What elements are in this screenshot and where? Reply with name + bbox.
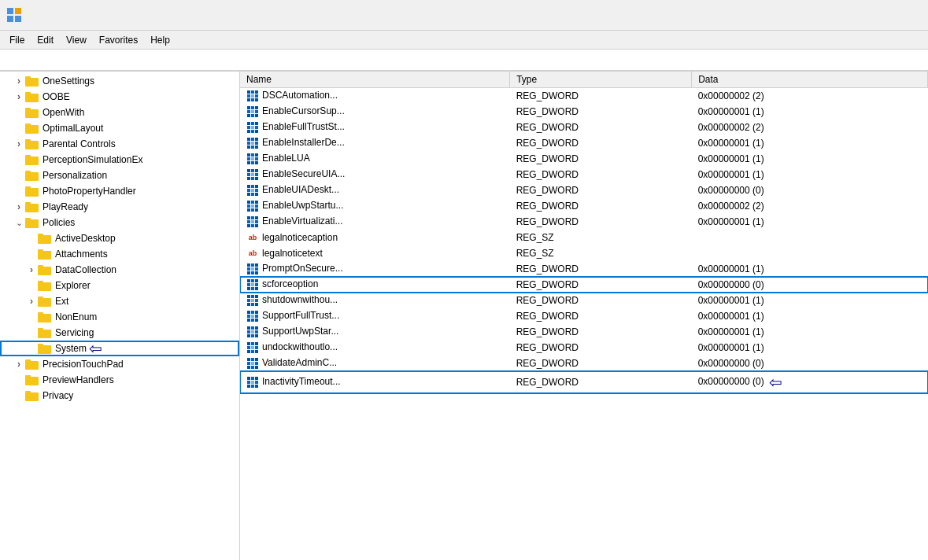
- table-row[interactable]: EnableLUAREG_DWORD0x00000001 (1): [240, 151, 928, 167]
- col-type[interactable]: Type: [510, 72, 692, 88]
- expand-icon-openwith[interactable]: [13, 105, 25, 120]
- expand-icon-previewhandlers[interactable]: [13, 372, 25, 388]
- tree-item-system[interactable]: System ⇦: [0, 341, 239, 356]
- cell-data: 0x00000001 (1): [692, 308, 928, 324]
- tree-item-datacollection[interactable]: ›DataCollection: [0, 262, 239, 278]
- table-row[interactable]: EnableFullTrustSt...REG_DWORD0x00000002 …: [240, 120, 928, 135]
- svg-rect-158: [251, 315, 254, 318]
- tree-item-nonenum[interactable]: NonEnum: [0, 309, 239, 325]
- expand-icon-personalization[interactable]: [13, 168, 25, 183]
- tree-item-policies[interactable]: ⌄Policies: [0, 215, 239, 230]
- cell-name: EnableLUA: [240, 151, 510, 167]
- svg-rect-53: [251, 98, 254, 101]
- tree-item-activedesktop[interactable]: ActiveDesktop: [0, 230, 239, 246]
- table-row[interactable]: ablegalnoticecaptionREG_SZ: [240, 230, 928, 245]
- table-row[interactable]: undockwithoutlo...REG_DWORD0x00000001 (1…: [240, 340, 928, 356]
- table-row[interactable]: DSCAutomation...REG_DWORD0x00000002 (2): [240, 88, 928, 105]
- table-row[interactable]: InactivityTimeout...REG_DWORD0x00000000 …: [240, 371, 928, 393]
- svg-rect-93: [255, 169, 258, 172]
- expand-icon-datacollection[interactable]: ›: [25, 262, 38, 278]
- maximize-button[interactable]: [856, 0, 892, 31]
- tree-label-nonenum: NonEnum: [55, 311, 97, 322]
- cell-name: scforceoption: [240, 277, 510, 293]
- tree-item-previewhandlers[interactable]: PreviewHandlers: [0, 372, 239, 388]
- folder-icon-previewhandlers: [25, 374, 39, 386]
- table-row[interactable]: SupportUwpStar...REG_DWORD0x00000001 (1): [240, 324, 928, 340]
- address-bar[interactable]: [0, 50, 928, 72]
- menu-view[interactable]: View: [60, 33, 93, 47]
- expand-icon-privacy[interactable]: [13, 388, 25, 403]
- expand-icon-ext[interactable]: ›: [25, 293, 38, 309]
- menu-help[interactable]: Help: [144, 33, 176, 47]
- tree-item-personalization[interactable]: Personalization: [0, 168, 239, 183]
- table-row[interactable]: EnableCursorSup...REG_DWORD0x00000001 (1…: [240, 104, 928, 120]
- menu-edit[interactable]: Edit: [31, 33, 60, 47]
- table-row[interactable]: shutdownwithou...REG_DWORD0x00000001 (1): [240, 293, 928, 308]
- expand-icon-parental[interactable]: ›: [13, 136, 25, 152]
- svg-rect-173: [251, 342, 254, 345]
- tree-item-privacy[interactable]: Privacy: [0, 388, 239, 403]
- svg-rect-190: [247, 377, 250, 380]
- registry-values[interactable]: Name Type Data DSCAutomation...REG_DWORD…: [240, 72, 928, 560]
- col-name[interactable]: Name: [240, 72, 510, 88]
- table-row[interactable]: EnableUwpStartu...REG_DWORD0x00000002 (2…: [240, 198, 928, 214]
- tree-item-parental[interactable]: ›Parental Controls: [0, 136, 239, 152]
- svg-rect-52: [247, 98, 250, 101]
- expand-icon-attachments[interactable]: [25, 246, 38, 262]
- expand-icon-oobe[interactable]: ›: [13, 89, 25, 105]
- tree-item-onesettings[interactable]: ›OneSettings: [0, 73, 239, 89]
- expand-icon-optimallayout[interactable]: [13, 120, 25, 136]
- cell-data: 0x00000001 (1): [692, 261, 928, 277]
- tree-item-explorer[interactable]: Explorer: [0, 278, 239, 293]
- expand-icon-onesettings[interactable]: ›: [13, 73, 25, 89]
- close-button[interactable]: [892, 0, 928, 31]
- table-row[interactable]: PromptOnSecure...REG_DWORD0x00000001 (1): [240, 261, 928, 277]
- svg-rect-175: [247, 346, 250, 349]
- table-row[interactable]: EnableVirtualizati...REG_DWORD0x00000001…: [240, 214, 928, 230]
- menu-file[interactable]: File: [3, 33, 31, 47]
- table-row[interactable]: ablegalnoticetextREG_SZ: [240, 245, 928, 261]
- expand-icon-servicing[interactable]: [25, 325, 38, 341]
- col-data[interactable]: Data: [692, 72, 928, 88]
- cell-data: 0x00000000 (0): [692, 356, 928, 371]
- menu-favorites[interactable]: Favorites: [93, 33, 144, 47]
- cell-type: REG_DWORD: [510, 214, 692, 230]
- tree-item-ext[interactable]: ›Ext: [0, 293, 239, 309]
- svg-rect-139: [247, 283, 250, 286]
- svg-rect-47: [251, 90, 254, 94]
- svg-rect-79: [247, 146, 250, 149]
- tree-item-precisiontouchpad[interactable]: ›PrecisionTouchPad: [0, 356, 239, 372]
- expand-icon-playready[interactable]: ›: [13, 199, 25, 215]
- svg-rect-85: [247, 157, 250, 160]
- folder-icon-optimallayout: [25, 122, 39, 134]
- expand-icon-system[interactable]: [25, 341, 38, 356]
- expand-icon-activedesktop[interactable]: [25, 230, 38, 246]
- tree-item-openwith[interactable]: OpenWith: [0, 105, 239, 120]
- tree-item-attachments[interactable]: Attachments: [0, 246, 239, 262]
- tree-item-perception[interactable]: PerceptionSimulationEx: [0, 152, 239, 168]
- table-row[interactable]: EnableSecureUIA...REG_DWORD0x00000001 (1…: [240, 167, 928, 182]
- table-row[interactable]: scforceoptionREG_DWORD0x00000000 (0): [240, 277, 928, 293]
- table-row[interactable]: EnableInstallerDe...REG_DWORD0x00000001 …: [240, 135, 928, 151]
- cell-type: REG_DWORD: [510, 356, 692, 371]
- expand-icon-explorer[interactable]: [25, 278, 38, 293]
- tree-item-servicing[interactable]: Servicing: [0, 325, 239, 341]
- expand-icon-perception[interactable]: [13, 152, 25, 168]
- tree-item-oobe[interactable]: ›OOBE: [0, 89, 239, 105]
- expand-icon-policies[interactable]: ⌄: [13, 215, 25, 230]
- folder-icon-perception: [25, 153, 39, 166]
- table-row[interactable]: EnableUIADeskt...REG_DWORD0x00000000 (0): [240, 182, 928, 198]
- svg-rect-68: [251, 126, 254, 129]
- minimize-button[interactable]: [819, 0, 856, 31]
- expand-icon-precisiontouchpad[interactable]: ›: [13, 356, 25, 372]
- tree-item-optimallayout[interactable]: OptimalLayout: [0, 120, 239, 136]
- svg-rect-111: [255, 201, 258, 204]
- tree-item-playready[interactable]: ›PlayReady: [0, 199, 239, 215]
- table-row[interactable]: ValidateAdminC...REG_DWORD0x00000000 (0): [240, 356, 928, 371]
- svg-rect-61: [247, 114, 250, 117]
- expand-icon-nonenum[interactable]: [25, 309, 38, 325]
- tree-item-photoproperty[interactable]: PhotoPropertyHandler: [0, 183, 239, 199]
- registry-tree[interactable]: ›OneSettings›OOBEOpenWithOptimalLayout›P…: [0, 72, 240, 560]
- expand-icon-photoproperty[interactable]: [13, 183, 25, 199]
- table-row[interactable]: SupportFullTrust...REG_DWORD0x00000001 (…: [240, 308, 928, 324]
